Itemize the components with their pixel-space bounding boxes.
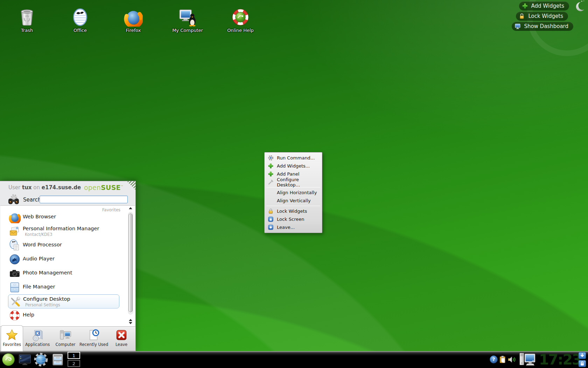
scrollbar-thumb[interactable] bbox=[128, 213, 133, 312]
run-command-gear-icon bbox=[268, 155, 274, 161]
resize-grip[interactable] bbox=[125, 181, 135, 192]
tab-label: Applications bbox=[25, 342, 50, 347]
list-item-configure-desktop[interactable]: Configure Desktop Personal Settings bbox=[8, 294, 119, 308]
wrench-icon bbox=[268, 179, 274, 185]
item-title: Web Browser bbox=[23, 214, 56, 219]
computer-icon bbox=[59, 328, 72, 342]
kickoff-launcher-button[interactable] bbox=[1, 353, 15, 367]
tab-leave[interactable]: Leave bbox=[110, 327, 133, 351]
pager-number: 1 bbox=[72, 353, 75, 358]
add-widgets-button[interactable]: Add Widgets bbox=[519, 1, 569, 11]
clipboard-tray-icon[interactable] bbox=[498, 355, 507, 364]
scrollbar-up-arrow[interactable] bbox=[129, 319, 132, 321]
tab-label: Recently Used bbox=[79, 342, 107, 347]
menu-separator bbox=[266, 206, 320, 206]
tab-label: Computer bbox=[54, 342, 77, 347]
kickoff-favorites-list: Favorites Web Browser bbox=[0, 205, 135, 326]
firefox-icon bbox=[124, 8, 143, 27]
menu-item-run-command[interactable]: Run Command... bbox=[265, 154, 322, 162]
desktop-icon-label: Online Help bbox=[227, 28, 254, 33]
lock-screen-icon bbox=[268, 216, 274, 222]
search-input[interactable] bbox=[40, 196, 128, 203]
menu-item-label: Leave... bbox=[277, 225, 295, 230]
desktop-icon-my-computer[interactable]: My Computer bbox=[168, 8, 207, 33]
empty-icon-slot bbox=[268, 190, 274, 196]
lock-panel-button[interactable] bbox=[578, 360, 586, 367]
desktop-icon-office[interactable]: Office bbox=[61, 8, 99, 33]
menu-item-label: Align Horizontally bbox=[277, 190, 317, 195]
recent-document-clock-icon bbox=[87, 328, 100, 342]
padlock-icon bbox=[519, 13, 525, 19]
desktop-icon-firefox[interactable]: Firefox bbox=[114, 8, 153, 33]
show-dashboard-label: Show Dashboard bbox=[524, 23, 568, 29]
pager-number: 2 bbox=[72, 361, 75, 366]
tab-applications[interactable]: K Applications bbox=[25, 327, 50, 351]
item-title: Personal Information Manager bbox=[23, 226, 99, 231]
item-title: Audio Player bbox=[23, 256, 55, 261]
padlock-icon bbox=[268, 208, 274, 214]
plus-icon bbox=[268, 171, 274, 177]
pager-desktop-2[interactable]: 2 bbox=[68, 360, 80, 367]
menu-item-configure-desktop[interactable]: Configure Desktop... bbox=[265, 178, 322, 186]
tab-computer[interactable]: Computer bbox=[54, 327, 77, 351]
leave-panel-button[interactable] bbox=[578, 352, 586, 359]
show-dashboard-button[interactable]: Show Dashboard bbox=[512, 22, 573, 31]
lock-widgets-label: Lock Widgets bbox=[528, 13, 563, 19]
list-item-audio-player[interactable]: Audio Player bbox=[8, 252, 119, 266]
menu-item-label: Run Command... bbox=[277, 155, 315, 161]
scrollbar-bottom-arrows[interactable] bbox=[129, 319, 132, 324]
file-manager-icon bbox=[9, 281, 21, 293]
desktop-icon-trash[interactable]: Trash bbox=[8, 8, 46, 33]
computer-tray-icon[interactable] bbox=[518, 352, 537, 367]
item-title: Help bbox=[23, 312, 34, 318]
list-item-file-manager[interactable]: File Manager bbox=[8, 280, 119, 294]
menu-item-align-vertically[interactable]: Align Vertically bbox=[265, 197, 322, 205]
desktop-icon-label: My Computer bbox=[172, 28, 203, 33]
desktop-context-menu: Run Command... Add Widgets... Add Panel … bbox=[264, 152, 322, 233]
desktop-icon-online-help[interactable]: Online Help bbox=[221, 8, 260, 33]
menu-item-add-widgets[interactable]: Add Widgets... bbox=[265, 162, 322, 170]
leave-icon bbox=[268, 224, 274, 230]
office-icon bbox=[71, 8, 90, 27]
help-tray-icon[interactable]: ? bbox=[489, 355, 498, 364]
list-item-word-processor[interactable]: Word Processor bbox=[8, 238, 119, 252]
lock-widgets-button[interactable]: Lock Widgets bbox=[516, 12, 568, 21]
tab-label: Leave bbox=[110, 342, 133, 347]
my-computer-icon bbox=[178, 8, 197, 27]
menu-item-label: Add Panel bbox=[277, 171, 299, 177]
menu-item-label: Add Widgets... bbox=[277, 163, 310, 169]
file-manager-cabinet-icon[interactable] bbox=[51, 353, 64, 366]
kickoff-tab-bar: Favorites K Applications bbox=[0, 326, 135, 351]
star-icon bbox=[5, 328, 19, 342]
tab-favorites[interactable]: Favorites bbox=[1, 325, 23, 351]
menu-item-lock-screen[interactable]: Lock Screen bbox=[265, 215, 322, 223]
tab-recently-used[interactable]: Recently Used bbox=[79, 327, 107, 351]
item-subtitle: Kontact/KDE3 bbox=[25, 232, 52, 237]
show-desktop-icon[interactable] bbox=[18, 353, 31, 366]
search-icon bbox=[7, 193, 21, 207]
list-item-help[interactable]: Help bbox=[8, 308, 119, 322]
list-item-pim[interactable]: Personal Information Manager Kontact/KDE… bbox=[8, 224, 119, 238]
item-title: Configure Desktop bbox=[23, 296, 70, 302]
item-title: Photo Management bbox=[23, 270, 72, 275]
menu-item-lock-widgets[interactable]: Lock Widgets bbox=[265, 207, 322, 215]
list-item-photo-management[interactable]: Photo Management bbox=[8, 266, 119, 280]
desktop-icon-label: Firefox bbox=[126, 28, 141, 33]
menu-item-label: Align Vertically bbox=[277, 198, 311, 203]
list-item-web-browser[interactable]: Web Browser bbox=[8, 210, 119, 224]
menu-item-leave[interactable]: Leave... bbox=[265, 223, 322, 231]
plasma-toolbox-cashew[interactable] bbox=[571, 0, 587, 13]
pager-desktop-1[interactable]: 1 bbox=[68, 352, 80, 359]
svg-text:?: ? bbox=[492, 357, 495, 362]
digital-clock[interactable]: 17:23 bbox=[539, 351, 578, 368]
bottom-panel: 1 2 ? bbox=[0, 351, 588, 368]
kickoff-launcher-menu: User tux on e174.suse.de openSUSE™ Searc… bbox=[0, 181, 136, 351]
scrollbar-down-arrow[interactable] bbox=[129, 322, 132, 324]
scrollbar-up-arrow[interactable] bbox=[129, 207, 132, 209]
volume-tray-icon[interactable] bbox=[507, 355, 516, 364]
item-subtitle: Personal Settings bbox=[25, 302, 60, 307]
amarok-icon bbox=[9, 253, 21, 265]
menu-item-align-horizontally[interactable]: Align Horizontally bbox=[265, 189, 322, 197]
kontact-icon bbox=[9, 225, 21, 237]
system-settings-icon[interactable] bbox=[34, 353, 48, 367]
